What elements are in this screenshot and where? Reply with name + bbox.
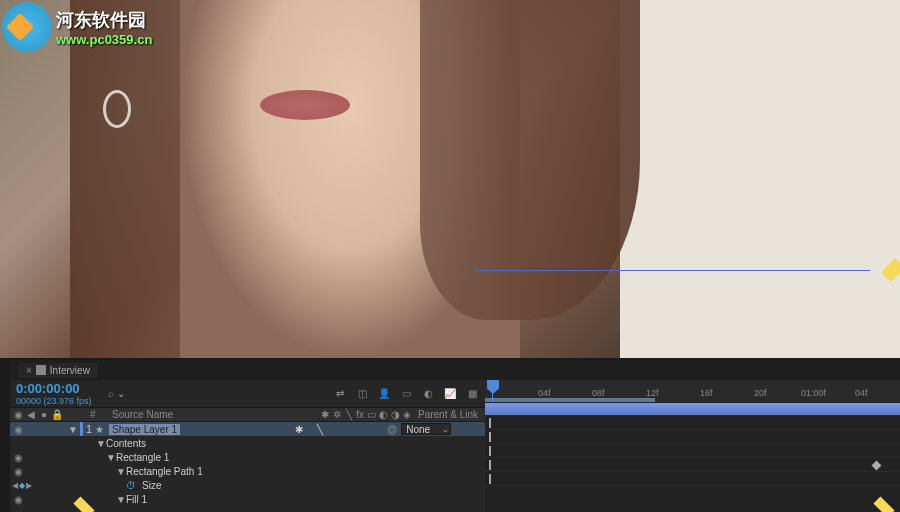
collapse-switch-icon[interactable]: ✲ bbox=[332, 409, 343, 421]
size-label: Size bbox=[142, 480, 161, 491]
watermark-url: www.pc0359.cn bbox=[56, 32, 152, 47]
motion-blur-icon[interactable]: ◐ bbox=[421, 387, 435, 401]
pickwhip-icon[interactable]: @ bbox=[387, 424, 397, 435]
render-queue-icon[interactable]: ▦ bbox=[465, 387, 479, 401]
audio-column-icon[interactable]: ◀ bbox=[25, 409, 37, 421]
frame-blend-icon[interactable]: ▭ bbox=[399, 387, 413, 401]
motion-blur-switch-icon[interactable]: ◐ bbox=[378, 409, 389, 421]
expand-toggle[interactable]: ▼ bbox=[68, 424, 80, 435]
ruler-tick: 04f bbox=[855, 388, 868, 398]
column-number[interactable]: # bbox=[86, 409, 112, 420]
timeline-panel: × Interview 0:00:00:00 00000 (23.976 fps… bbox=[10, 358, 900, 512]
ruler-tick: 01:00f bbox=[801, 388, 826, 398]
watermark-logo-icon bbox=[2, 2, 52, 52]
shy-switch-icon[interactable]: ✱ bbox=[320, 409, 331, 421]
ruler-tick: 04f bbox=[538, 388, 551, 398]
frame-blend-switch-icon[interactable]: ▭ bbox=[367, 409, 378, 421]
composition-icon bbox=[36, 365, 46, 375]
parent-dropdown[interactable]: None bbox=[401, 423, 451, 435]
search-chevron-icon: ⌄ bbox=[117, 388, 125, 399]
ruler-tick: 08f bbox=[592, 388, 605, 398]
draft3d-icon[interactable]: ◫ bbox=[355, 387, 369, 401]
expand-toggle[interactable]: ▼ bbox=[116, 466, 126, 477]
video-toggle[interactable]: ◉ bbox=[12, 451, 24, 463]
3d-switch-icon[interactable]: ◈ bbox=[401, 409, 412, 421]
shape-rectangle[interactable] bbox=[475, 270, 870, 271]
ruler-tick: 16f bbox=[700, 388, 713, 398]
expand-toggle[interactable]: ▼ bbox=[96, 438, 106, 449]
video-column-icon[interactable]: ◉ bbox=[12, 409, 24, 421]
fill1-label: Fill 1 bbox=[126, 494, 147, 505]
panel-tab-interview[interactable]: × Interview bbox=[18, 363, 98, 378]
track-marker bbox=[489, 446, 491, 456]
composition-flowchart-icon[interactable]: ⇄ bbox=[333, 387, 347, 401]
panel-tab-bar: × Interview bbox=[10, 360, 900, 380]
fps-info: 00000 (23.976 fps) bbox=[16, 396, 92, 406]
search-icon: ⌕ bbox=[108, 388, 114, 399]
watermark: 河东软件园 www.pc0359.cn bbox=[2, 2, 152, 52]
layer-search[interactable]: ⌕ ⌄ bbox=[108, 388, 125, 399]
track-area[interactable] bbox=[485, 402, 900, 512]
layer-number: 1 bbox=[83, 424, 95, 435]
solo-column-icon[interactable]: ● bbox=[38, 409, 50, 421]
add-key-button[interactable]: ◆ bbox=[19, 481, 25, 490]
track-marker bbox=[489, 474, 491, 484]
video-toggle[interactable]: ◉ bbox=[12, 423, 24, 435]
expand-toggle[interactable]: ▼ bbox=[116, 494, 126, 505]
ruler-tick: 20f bbox=[754, 388, 767, 398]
layer-duration-bar[interactable] bbox=[485, 403, 900, 415]
ruler-tick: 12f bbox=[646, 388, 659, 398]
lock-column-icon[interactable]: 🔒 bbox=[51, 409, 63, 421]
stopwatch-icon[interactable]: ⏱ bbox=[126, 480, 136, 491]
shape-layer-icon: ★ bbox=[95, 424, 107, 435]
track-marker bbox=[489, 432, 491, 442]
column-source-name[interactable]: Source Name bbox=[112, 409, 320, 420]
next-key-button[interactable]: ▶ bbox=[26, 481, 32, 490]
current-timecode[interactable]: 0:00:00:00 bbox=[16, 381, 92, 396]
playhead[interactable] bbox=[487, 380, 499, 394]
video-toggle[interactable]: ◉ bbox=[12, 493, 24, 505]
expand-toggle[interactable]: ▼ bbox=[106, 452, 116, 463]
fx-switch-icon[interactable]: fx bbox=[355, 409, 366, 421]
prev-key-button[interactable]: ◀ bbox=[12, 481, 18, 490]
track-marker bbox=[489, 460, 491, 470]
video-toggle[interactable]: ◉ bbox=[12, 465, 24, 477]
rectangle-path-label: Rectangle Path 1 bbox=[126, 466, 203, 477]
graph-editor-icon[interactable]: 📈 bbox=[443, 387, 457, 401]
watermark-text-cn: 河东软件园 bbox=[56, 8, 152, 32]
track-marker bbox=[489, 418, 491, 428]
contents-label: Contents bbox=[106, 438, 146, 449]
column-parent[interactable]: Parent & Link bbox=[412, 409, 478, 420]
quality-switch-icon[interactable]: ╲ bbox=[343, 409, 354, 421]
composition-viewport[interactable] bbox=[0, 0, 900, 358]
rectangle1-label: Rectangle 1 bbox=[116, 452, 169, 463]
tab-label: Interview bbox=[50, 365, 90, 376]
layer-track[interactable] bbox=[485, 402, 900, 416]
keyframe-diamond[interactable] bbox=[872, 461, 882, 471]
close-icon[interactable]: × bbox=[26, 365, 32, 376]
adjustment-switch-icon[interactable]: ◑ bbox=[390, 409, 401, 421]
layer-name[interactable]: Shape Layer 1 bbox=[109, 424, 180, 435]
shy-icon[interactable]: 👤 bbox=[377, 387, 391, 401]
